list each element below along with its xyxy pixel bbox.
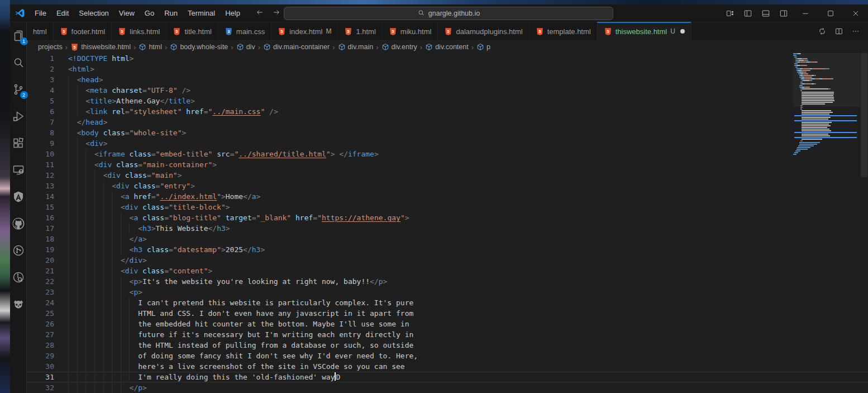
line-content[interactable]: of doing some fancy shit I don't see why… xyxy=(68,351,418,361)
line-number[interactable]: 26 xyxy=(27,319,54,329)
code-line-25[interactable]: 25 HTML and CSS. I don't even have any j… xyxy=(27,308,868,319)
code-line-27[interactable]: 27 future if it's necessary but I'm writ… xyxy=(27,329,868,340)
maximize-button[interactable] xyxy=(818,4,843,22)
line-number[interactable]: 23 xyxy=(27,287,54,297)
line-content[interactable]: <div class="main"> xyxy=(68,170,182,181)
line-content[interactable]: <div> xyxy=(68,138,107,149)
tab-links-html[interactable]: 5links.html xyxy=(112,22,166,40)
line-number[interactable]: 7 xyxy=(27,117,54,127)
activity-remote-explorer-icon[interactable] xyxy=(10,157,27,183)
command-center-search[interactable]: gnargle.github.io xyxy=(284,7,613,20)
line-number[interactable]: 9 xyxy=(27,138,54,149)
activity-godot-tools-icon[interactable] xyxy=(10,291,27,318)
activity-git-graph-icon[interactable] xyxy=(10,237,27,264)
line-number[interactable]: 20 xyxy=(27,255,54,266)
toggle-secondary-sidebar-icon[interactable] xyxy=(775,4,793,22)
code-line-30[interactable]: 30 here's a live screenshot of the site … xyxy=(27,361,868,372)
customize-layout-icon[interactable] xyxy=(721,4,739,22)
line-number[interactable]: 29 xyxy=(27,351,54,361)
activity-search-icon[interactable] xyxy=(10,49,27,76)
code-line-32[interactable]: 32 </p> xyxy=(27,382,868,393)
line-number[interactable]: 12 xyxy=(27,170,54,181)
code-line-11[interactable]: 11 <div class="main-container"> xyxy=(27,159,868,170)
line-number[interactable]: 28 xyxy=(27,340,54,351)
code-line-17[interactable]: 17 <h3>This Website</h3> xyxy=(27,223,868,234)
code-line-2[interactable]: 2<html> xyxy=(27,64,868,74)
line-content[interactable]: </head> xyxy=(68,117,107,127)
code-line-21[interactable]: 21 <div class="content"> xyxy=(27,266,868,276)
tab-index-html[interactable]: 5index.htmlM xyxy=(271,22,338,40)
line-content[interactable]: <!DOCTYPE html> xyxy=(68,53,133,64)
menu-file[interactable]: File xyxy=(30,7,51,20)
line-number[interactable]: 10 xyxy=(27,149,54,159)
activity-run-and-debug-icon[interactable] xyxy=(10,103,27,130)
breadcrumb-item-div-content[interactable]: div.content xyxy=(425,43,469,51)
breadcrumb-item-thiswebsite-html[interactable]: 5thiswebsite.html xyxy=(70,43,131,51)
tab-thiswebsite-html[interactable]: 5thiswebsite.htmlU xyxy=(598,22,691,40)
line-content[interactable]: <title>Athene.Gay</title> xyxy=(68,96,195,106)
line-content[interactable]: <a class="blog-title" target="_blank" hr… xyxy=(68,212,409,223)
code-line-10[interactable]: 10 <iframe class="embed-title" src="../s… xyxy=(27,149,868,159)
line-number[interactable]: 24 xyxy=(27,297,54,308)
close-button[interactable] xyxy=(843,4,868,22)
dirty-dot-icon[interactable] xyxy=(680,29,685,34)
line-content[interactable]: <html> xyxy=(68,64,94,74)
line-number[interactable]: 14 xyxy=(27,191,54,202)
line-content[interactable]: <div class="content"> xyxy=(68,266,212,276)
line-content[interactable]: the HTML instead of pulling from a datab… xyxy=(68,340,413,351)
tab-main-css[interactable]: 3main.css xyxy=(218,22,271,40)
menu-selection[interactable]: Selection xyxy=(74,7,113,20)
menu-terminal[interactable]: Terminal xyxy=(183,7,220,20)
line-number[interactable]: 16 xyxy=(27,212,54,223)
menu-go[interactable]: Go xyxy=(140,7,159,20)
code-line-9[interactable]: 9 <div> xyxy=(27,138,868,149)
line-content[interactable]: <div class="main-container"> xyxy=(68,159,217,170)
line-content[interactable]: <iframe class="embed-title" src="../shar… xyxy=(68,149,379,159)
code-line-22[interactable]: 22 <p>It's the website you're looking at… xyxy=(27,276,868,287)
code-line-6[interactable]: 6 <link rel="stylesheet" href="../main.c… xyxy=(27,106,868,117)
toggle-primary-sidebar-icon[interactable] xyxy=(739,4,757,22)
line-content[interactable]: </a> xyxy=(68,234,147,244)
line-content[interactable]: <head> xyxy=(68,74,103,85)
forward-arrow-icon[interactable] xyxy=(272,8,281,19)
code-line-28[interactable]: 28 the HTML instead of pulling from a da… xyxy=(27,340,868,351)
line-number[interactable]: 25 xyxy=(27,308,54,319)
back-arrow-icon[interactable] xyxy=(255,8,264,19)
code-line-29[interactable]: 29 of doing some fancy shit I don't see … xyxy=(27,351,868,361)
code-line-24[interactable]: 24 I can't pretend this website is parti… xyxy=(27,297,868,308)
scrollbar[interactable] xyxy=(860,53,868,393)
code-line-5[interactable]: 5 <title>Athene.Gay</title> xyxy=(27,96,868,106)
line-content[interactable]: <p> xyxy=(68,287,142,297)
line-number[interactable]: 2 xyxy=(27,64,54,74)
scrollbar-thumb[interactable] xyxy=(861,53,867,177)
tab-1-html[interactable]: 51.html xyxy=(338,22,382,40)
activity-gitlens-icon[interactable] xyxy=(10,264,27,291)
minimap[interactable] xyxy=(793,53,860,155)
code-line-13[interactable]: 13 <div class="entry"> xyxy=(27,181,868,191)
split-editor-icon[interactable] xyxy=(831,22,847,40)
code-line-16[interactable]: 16 <a class="blog-title" target="_blank"… xyxy=(27,212,868,223)
line-number[interactable]: 27 xyxy=(27,329,54,340)
code-line-31[interactable]: 31 I'm really doing this the 'old-fashio… xyxy=(27,372,868,382)
activity-explorer-icon[interactable]: 1 xyxy=(10,22,27,49)
line-content[interactable]: HTML and CSS. I don't even have any java… xyxy=(68,308,413,319)
line-content[interactable]: </p> xyxy=(68,382,147,393)
activity-shield-a-extension-icon[interactable] xyxy=(10,183,27,210)
line-number[interactable]: 11 xyxy=(27,159,54,170)
line-content[interactable]: I'm really doing this the 'old-fashioned… xyxy=(68,372,340,382)
line-content[interactable]: here's a live screenshot of the site in … xyxy=(68,361,405,372)
activity-source-control-icon[interactable]: 2 xyxy=(10,76,27,103)
code-line-23[interactable]: 23 <p> xyxy=(27,287,868,297)
breadcrumb-item-div-main-container[interactable]: div.main-container xyxy=(263,43,330,51)
code-line-1[interactable]: 1<!DOCTYPE html> xyxy=(27,53,868,64)
line-content[interactable]: future if it's necessary but I'm writing… xyxy=(68,329,413,340)
tab-title-html[interactable]: 5title.html xyxy=(166,22,218,40)
code-line-14[interactable]: 14 <a href="../index.html">Home</a> xyxy=(27,191,868,202)
activity-extensions-icon[interactable] xyxy=(10,130,27,157)
toggle-panel-icon[interactable] xyxy=(757,4,775,22)
code-line-8[interactable]: 8 <body class="whole-site"> xyxy=(27,127,868,138)
line-number[interactable]: 30 xyxy=(27,361,54,372)
tab-miku-html[interactable]: 5miku.html xyxy=(383,22,438,40)
line-content[interactable]: <div class="entry"> xyxy=(68,181,195,191)
code-editor[interactable]: 1<!DOCTYPE html>2<html>3 <head>4 <meta c… xyxy=(27,53,868,393)
